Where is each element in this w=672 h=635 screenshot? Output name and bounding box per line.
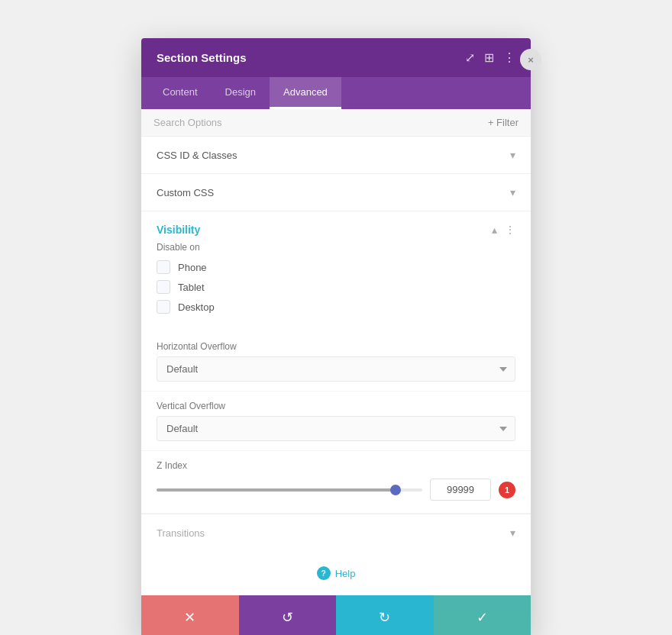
- tablet-label: Tablet: [178, 282, 205, 293]
- z-index-slider-thumb[interactable]: [390, 485, 401, 495]
- close-icon: ×: [528, 54, 534, 66]
- vertical-overflow-select[interactable]: Default Visible Hidden Scroll Auto: [157, 416, 515, 441]
- more-options-icon[interactable]: ⋮: [503, 50, 515, 65]
- z-index-slider-fill: [157, 488, 396, 492]
- cancel-button[interactable]: ✕: [141, 595, 239, 635]
- visibility-collapse-icon[interactable]: ▴: [492, 224, 497, 236]
- desktop-label: Desktop: [178, 301, 215, 313]
- expand-icon[interactable]: ⤢: [465, 50, 475, 65]
- help-text: Help: [335, 568, 356, 579]
- tab-content[interactable]: Content: [149, 77, 212, 109]
- cancel-icon: ✕: [184, 609, 195, 626]
- settings-content: CSS ID & Classes ▾ Custom CSS ▾ Visibili…: [141, 137, 531, 595]
- transitions-row[interactable]: Transitions ▾: [141, 514, 531, 551]
- redo-icon: ↻: [379, 609, 390, 626]
- tablet-checkbox-row: Tablet: [157, 280, 515, 294]
- tablet-checkbox[interactable]: [157, 280, 170, 294]
- phone-checkbox-row: Phone: [157, 260, 515, 274]
- save-icon: ✓: [477, 609, 488, 626]
- filter-button[interactable]: + Filter: [488, 117, 519, 128]
- tab-advanced[interactable]: Advanced: [270, 77, 341, 109]
- search-placeholder[interactable]: Search Options: [153, 117, 222, 128]
- disable-on-label: Disable on: [157, 242, 515, 253]
- visibility-body: Disable on Phone Tablet Desktop: [141, 242, 531, 332]
- footer-buttons: ✕ ↺ ↻ ✓: [141, 595, 531, 635]
- tabs-bar: Content Design Advanced: [141, 77, 531, 109]
- horizontal-overflow-label: Horizontal Overflow: [157, 341, 515, 352]
- desktop-checkbox[interactable]: [157, 300, 170, 314]
- columns-icon[interactable]: ⊞: [484, 50, 494, 65]
- close-button[interactable]: ×: [520, 49, 541, 70]
- help-icon: ?: [317, 566, 331, 580]
- transitions-chevron-icon: ▾: [510, 527, 515, 539]
- modal-header-icons: ⤢ ⊞ ⋮: [465, 50, 515, 65]
- z-index-slider-track[interactable]: [157, 488, 422, 492]
- custom-css-label: Custom CSS: [157, 187, 214, 198]
- visibility-title: Visibility: [157, 224, 200, 236]
- redo-button[interactable]: ↻: [336, 595, 434, 635]
- z-index-label: Z Index: [157, 460, 515, 471]
- desktop-checkbox-row: Desktop: [157, 300, 515, 314]
- css-id-chevron-icon: ▾: [510, 149, 515, 161]
- modal-title: Section Settings: [157, 51, 247, 64]
- z-index-row: 1: [157, 479, 515, 501]
- visibility-header: Visibility ▴ ⋮: [141, 211, 531, 242]
- tab-design[interactable]: Design: [212, 77, 270, 109]
- css-id-classes-row[interactable]: CSS ID & Classes ▾: [141, 137, 531, 174]
- z-index-badge: 1: [499, 482, 515, 498]
- custom-css-chevron-icon: ▾: [510, 186, 515, 198]
- visibility-section: Visibility ▴ ⋮ Disable on Phone: [141, 211, 531, 514]
- transitions-label: Transitions: [157, 527, 205, 539]
- visibility-header-controls: ▴ ⋮: [492, 224, 515, 236]
- modal-overlay: Section Settings ⤢ ⊞ ⋮ Content Design Ad…: [141, 38, 531, 635]
- search-bar: Search Options + Filter: [141, 109, 531, 137]
- horizontal-overflow-select[interactable]: Default Visible Hidden Scroll Auto: [157, 356, 515, 382]
- vertical-overflow-group: Vertical Overflow Default Visible Hidden…: [141, 392, 531, 451]
- phone-label: Phone: [178, 262, 207, 273]
- phone-checkbox[interactable]: [157, 260, 170, 274]
- horizontal-overflow-group: Horizontal Overflow Default Visible Hidd…: [141, 332, 531, 392]
- undo-button[interactable]: ↺: [239, 595, 337, 635]
- z-index-input[interactable]: [430, 479, 491, 501]
- save-button[interactable]: ✓: [434, 595, 531, 635]
- modal-header: Section Settings ⤢ ⊞ ⋮: [141, 38, 531, 77]
- undo-icon: ↺: [282, 609, 293, 626]
- vertical-overflow-label: Vertical Overflow: [157, 401, 515, 411]
- css-id-classes-label: CSS ID & Classes: [157, 150, 237, 161]
- visibility-more-icon[interactable]: ⋮: [505, 224, 515, 236]
- z-index-group: Z Index 1: [141, 451, 531, 514]
- custom-css-row[interactable]: Custom CSS ▾: [141, 174, 531, 211]
- section-settings-modal: Section Settings ⤢ ⊞ ⋮ Content Design Ad…: [141, 38, 531, 635]
- help-row[interactable]: ? Help: [141, 551, 531, 595]
